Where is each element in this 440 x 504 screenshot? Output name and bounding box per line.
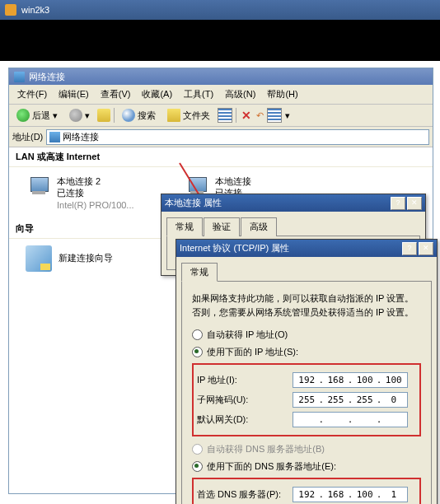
- views-button[interactable]: [218, 108, 232, 123]
- radio-label: 自动获得 IP 地址(O): [207, 329, 288, 341]
- radio-label: 自动获得 DNS 服务器地址(B): [207, 443, 325, 455]
- radio-label: 使用下面的 IP 地址(S):: [207, 346, 298, 358]
- dialog-titlebar[interactable]: Internet 协议 (TCP/IP) 属性 ? ✕: [176, 240, 437, 257]
- dialog-title: 本地连接 属性: [165, 197, 222, 209]
- address-bar: 地址(D) 网络连接: [9, 127, 433, 147]
- menu-file[interactable]: 文件(F): [12, 86, 52, 102]
- delete-button[interactable]: ✕: [240, 109, 253, 122]
- undo-button[interactable]: ↶: [256, 110, 264, 121]
- gateway-input[interactable]: ...: [293, 412, 408, 427]
- connection-name: 本地连接: [215, 175, 293, 187]
- back-icon: [16, 109, 30, 122]
- help-button[interactable]: ?: [391, 197, 405, 210]
- dropdown-icon: ▾: [285, 110, 290, 121]
- dns-fields-group: 首选 DNS 服务器(P): 192.168.100.1 备用 DNS 服务器(…: [192, 478, 421, 504]
- connection-name: 本地连接 2: [57, 175, 134, 187]
- tab-advanced[interactable]: 高级: [241, 217, 277, 236]
- dropdown-icon: ▾: [53, 110, 58, 121]
- radio-icon: [192, 461, 203, 472]
- tabs: 常规 验证 高级: [161, 212, 425, 236]
- dns1-label: 首选 DNS 服务器(P):: [197, 488, 288, 501]
- explorer-titlebar: 网络连接: [9, 68, 433, 85]
- menu-help[interactable]: 帮助(H): [262, 86, 302, 102]
- up-button[interactable]: [97, 109, 110, 122]
- wizard-label: 新建连接向导: [59, 252, 113, 264]
- back-label: 后退: [32, 110, 50, 122]
- vm-icon: [5, 4, 16, 16]
- radio-icon: [192, 329, 203, 340]
- back-button[interactable]: 后退▾: [12, 106, 62, 124]
- help-button[interactable]: ?: [402, 242, 417, 255]
- section-lan-header: LAN 或高速 Internet: [9, 147, 433, 167]
- primary-dns-input[interactable]: 192.168.100.1: [293, 487, 408, 502]
- ip-label: IP 地址(I):: [197, 374, 288, 386]
- close-button[interactable]: ✕: [407, 197, 422, 210]
- vm-titlebar: win2k3: [0, 0, 440, 20]
- views-button-2[interactable]: [267, 108, 282, 123]
- connection-icon: [26, 175, 52, 202]
- address-value: 网络连接: [63, 131, 99, 143]
- search-icon: [122, 109, 135, 122]
- connection-item-1[interactable]: 本地连接 2 已连接 Intel(R) PRO/100...: [26, 175, 134, 211]
- tab-general[interactable]: 常规: [181, 263, 218, 282]
- dialog-title: Internet 协议 (TCP/IP) 属性: [180, 242, 289, 254]
- vm-black-area: [0, 20, 440, 61]
- radio-use-dns[interactable]: 使用下面的 DNS 服务器地址(E):: [192, 460, 421, 473]
- menu-view[interactable]: 查看(V): [96, 86, 136, 102]
- radio-auto-dns: 自动获得 DNS 服务器地址(B): [192, 443, 421, 455]
- ip-address-input[interactable]: 192.168.100.100: [293, 372, 408, 388]
- folder-icon: [167, 109, 180, 122]
- search-button[interactable]: 搜索: [118, 106, 160, 124]
- vm-title-text: win2k3: [21, 5, 49, 15]
- separator: [236, 108, 236, 123]
- folders-button[interactable]: 文件夹: [163, 106, 214, 124]
- tcpip-properties-dialog: Internet 协议 (TCP/IP) 属性 ? ✕ 常规 如果网络支持此功能…: [176, 239, 438, 504]
- menu-bar: 文件(F) 编辑(E) 查看(V) 收藏(A) 工具(T) 高级(N) 帮助(H…: [9, 85, 433, 105]
- dialog-titlebar[interactable]: 本地连接 属性 ? ✕: [161, 194, 425, 212]
- address-label: 地址(D): [12, 131, 43, 143]
- radio-icon: [192, 347, 203, 357]
- radio-use-ip[interactable]: 使用下面的 IP 地址(S):: [192, 346, 421, 358]
- separator: [114, 108, 115, 123]
- menu-tools[interactable]: 工具(T): [179, 86, 218, 102]
- radio-label: 使用下面的 DNS 服务器地址(E):: [207, 460, 336, 473]
- forward-button[interactable]: ▾: [65, 106, 94, 124]
- mask-label: 子网掩码(U):: [197, 394, 288, 406]
- close-button[interactable]: ✕: [419, 242, 433, 255]
- description-text: 如果网络支持此功能，则可以获取自动指派的 IP 设置。否则，您需要从网络系统管理…: [192, 292, 421, 319]
- search-label: 搜索: [138, 110, 156, 122]
- menu-advanced[interactable]: 高级(N): [220, 86, 260, 102]
- tabs: 常规: [176, 257, 437, 281]
- wizard-icon: [26, 245, 52, 272]
- connection-status: 已连接: [57, 187, 134, 198]
- gateway-label: 默认网关(D):: [197, 413, 288, 426]
- menu-edit[interactable]: 编辑(E): [54, 86, 94, 102]
- tab-content: 如果网络支持此功能，则可以获取自动指派的 IP 设置。否则，您需要从网络系统管理…: [181, 281, 432, 504]
- network-icon: [14, 72, 25, 82]
- ip-fields-group: IP 地址(I): 192.168.100.100 子网掩码(U): 255.2…: [192, 363, 421, 436]
- network-icon: [49, 132, 60, 142]
- dropdown-icon: ▾: [85, 110, 90, 121]
- menu-fav[interactable]: 收藏(A): [137, 86, 177, 102]
- radio-auto-ip[interactable]: 自动获得 IP 地址(O): [192, 329, 421, 341]
- forward-icon: [69, 109, 82, 122]
- tab-general[interactable]: 常规: [166, 217, 203, 236]
- address-input[interactable]: 网络连接: [46, 129, 429, 145]
- folders-label: 文件夹: [183, 110, 210, 122]
- subnet-mask-input[interactable]: 255.255.255.0: [293, 392, 408, 408]
- toolbar: 后退▾ ▾ 搜索 文件夹 ✕ ↶ ▾: [9, 105, 433, 127]
- radio-icon: [192, 444, 203, 455]
- tab-auth[interactable]: 验证: [204, 217, 240, 236]
- explorer-title: 网络连接: [29, 71, 65, 83]
- connection-adapter: Intel(R) PRO/100...: [57, 199, 134, 211]
